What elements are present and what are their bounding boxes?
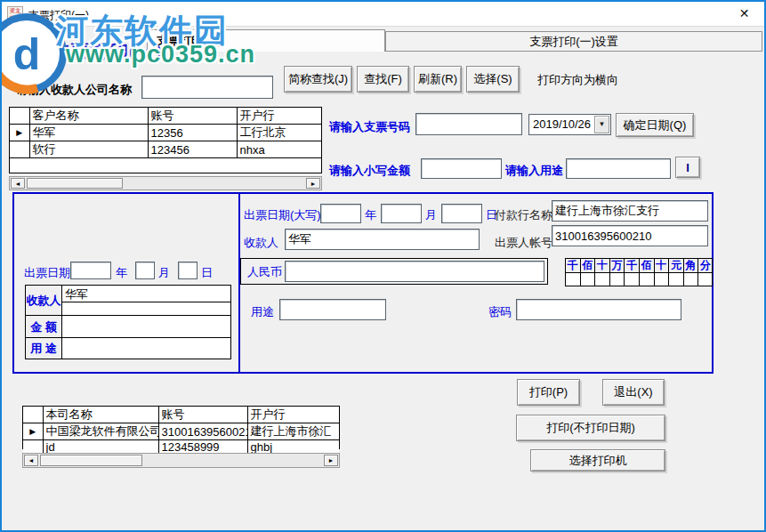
- cell-customer-name[interactable]: 华军: [29, 125, 148, 141]
- scroll-right-icon[interactable]: ►: [324, 455, 338, 466]
- print-no-date-button[interactable]: 打印(不打印日期): [516, 415, 665, 441]
- stub-year-suffix: 年: [116, 265, 127, 281]
- print-orientation-note: 打印方向为横向: [537, 72, 618, 88]
- cell-customer-bank[interactable]: nhxa: [237, 141, 321, 158]
- exit-button[interactable]: 退出(X): [602, 379, 665, 406]
- company-grid-hscrollbar[interactable]: ◄ ►: [22, 453, 340, 468]
- company-grid: 本司名称 账号 开户行 ▶ 中国梁龙软件有限公司 31001639560021 …: [22, 406, 340, 449]
- customer-row[interactable]: 软行 123456 nhxa: [10, 141, 321, 158]
- date-value: 2019/10/26: [533, 117, 591, 131]
- form-purpose-label: 用途: [251, 304, 274, 320]
- row-selector-icon: ▶: [10, 125, 29, 141]
- drawer-account-label: 出票人帐号: [495, 235, 552, 251]
- company-col-name: 本司名称: [43, 407, 158, 423]
- cell-customer-bank[interactable]: 工行北京: [237, 125, 321, 141]
- caps-day-input[interactable]: [441, 204, 482, 223]
- close-icon[interactable]: ✕: [724, 2, 764, 26]
- caps-month-input[interactable]: [381, 204, 422, 223]
- amount-label: 请输入小写金额: [329, 163, 410, 179]
- select-button[interactable]: 选择(S): [466, 66, 520, 93]
- payer-bank-input[interactable]: [552, 200, 708, 222]
- cell-customer-name[interactable]: 软行: [29, 141, 148, 158]
- cell-company-bank[interactable]: 建行上海市徐汇: [247, 423, 339, 440]
- date-caps-label: 出票日期(大写): [244, 207, 321, 223]
- svg-text:d: d: [13, 29, 41, 79]
- digit-grid: 千 佰 十 万 千 佰 十 元 角 分: [565, 258, 713, 286]
- purpose-side-button[interactable]: I: [675, 157, 700, 178]
- digit-grid-header: 千 佰 十 万 千 佰 十 元 角 分: [565, 258, 713, 272]
- payee-label: 收款人: [244, 235, 278, 251]
- purpose-label: 请输入用途: [505, 163, 563, 179]
- tab-check-print-settings[interactable]: 支票打印(一)设置: [385, 31, 762, 52]
- stub-year-input[interactable]: [70, 262, 111, 279]
- scroll-thumb[interactable]: [27, 178, 123, 189]
- customer-col-account: 账号: [148, 108, 237, 125]
- check-number-label: 请输入支票号码: [329, 119, 410, 135]
- scroll-right-icon[interactable]: ►: [306, 178, 320, 189]
- confirm-date-button[interactable]: 确定日期(Q): [616, 113, 694, 137]
- row-selector-icon: ▶: [23, 423, 43, 440]
- stub-payee-label: 收款人: [26, 286, 62, 315]
- page-title: 支票打印(一): [51, 39, 163, 64]
- customer-grid-hscrollbar[interactable]: ◄ ►: [9, 176, 322, 190]
- caps-year-input[interactable]: [320, 204, 361, 223]
- stub-amount-label: 金 额: [26, 315, 62, 337]
- form-purpose-input[interactable]: [279, 299, 386, 320]
- chevron-down-icon[interactable]: ▼: [594, 116, 609, 133]
- caps-year-suffix: 年: [365, 207, 376, 223]
- cell-company-name[interactable]: 中国梁龙软件有限公司: [43, 423, 158, 440]
- stub-month-suffix: 月: [158, 265, 170, 281]
- app-window: 梁龙软件 支票打印(一) ✕ 支票打印(一) 支票打印(一)设置 支票打印(一)…: [0, 0, 766, 532]
- caps-month-suffix: 月: [425, 207, 437, 223]
- stub-day-suffix: 日: [201, 265, 213, 281]
- payee-name-input[interactable]: [285, 229, 480, 250]
- stub-purpose-label: 用 途: [26, 337, 62, 359]
- choose-printer-button[interactable]: 选择打印机: [530, 449, 665, 472]
- customer-grid: 客户名称 账号 开户行 ▶ 华军 12356 工行北京 软行 123456 nh…: [9, 107, 322, 173]
- purpose-input[interactable]: [566, 158, 671, 179]
- scroll-left-icon[interactable]: ◄: [24, 455, 38, 466]
- selector-header-cell: [10, 108, 29, 125]
- print-button[interactable]: 打印(P): [517, 379, 580, 406]
- tab-check-print[interactable]: 支票打印(一): [147, 29, 385, 52]
- search-button[interactable]: 查找(F): [357, 66, 409, 93]
- payer-bank-label: 付款行名称: [495, 207, 552, 223]
- cell-company-account[interactable]: 31001639560021: [158, 423, 247, 440]
- title-bar: 梁龙软件 支票打印(一) ✕: [2, 2, 764, 27]
- refresh-button[interactable]: 刷新(R): [414, 66, 462, 93]
- stub-day-input[interactable]: [178, 262, 198, 279]
- company-col-account: 账号: [158, 407, 247, 423]
- check-form-panel: 出票日期 年 月 日 收款人 华军 金 额 用 途 出票日期(大写) 年 月 日…: [12, 192, 714, 374]
- scroll-left-icon[interactable]: ◄: [11, 178, 25, 189]
- stub-month-input[interactable]: [135, 262, 155, 279]
- amount-input[interactable]: [421, 158, 502, 179]
- stub-purpose-value[interactable]: [62, 337, 230, 359]
- customer-row[interactable]: ▶ 华军 12356 工行北京: [10, 125, 321, 141]
- company-col-bank: 开户行: [247, 407, 339, 423]
- abbr-search-button[interactable]: 简称查找(J): [284, 66, 352, 93]
- customer-col-bank: 开户行: [237, 108, 321, 125]
- stub-table: 收款人 华军 金 额 用 途: [25, 285, 231, 359]
- app-icon: 梁龙软件: [7, 6, 23, 22]
- rmb-label: 人民币: [247, 264, 282, 280]
- stub-date-label: 出票日期: [24, 265, 70, 281]
- customer-col-name: 客户名称: [29, 108, 148, 125]
- date-combobox[interactable]: 2019/10/26 ▼: [528, 114, 611, 135]
- window-title: 支票打印(一): [28, 8, 89, 23]
- digit-grid-cells: [565, 272, 713, 286]
- cell-customer-account[interactable]: 12356: [148, 125, 237, 141]
- cell-customer-account[interactable]: 123456: [148, 141, 237, 158]
- stub-payee-value2[interactable]: [62, 302, 230, 315]
- password-input[interactable]: [516, 299, 681, 320]
- password-label: 密码: [488, 304, 512, 320]
- check-number-input[interactable]: [415, 113, 522, 135]
- stub-amount-value[interactable]: [62, 315, 230, 337]
- payee-company-input[interactable]: [141, 76, 273, 99]
- drawer-account-input[interactable]: [552, 225, 708, 246]
- payee-company-label: 请输入收款人公司名称: [16, 82, 132, 98]
- stub-payee-value[interactable]: 华军: [62, 286, 230, 302]
- company-row[interactable]: ▶ 中国梁龙软件有限公司 31001639560021 建行上海市徐汇: [23, 423, 339, 440]
- scroll-thumb[interactable]: [40, 455, 142, 466]
- rmb-amount-input[interactable]: [285, 261, 544, 282]
